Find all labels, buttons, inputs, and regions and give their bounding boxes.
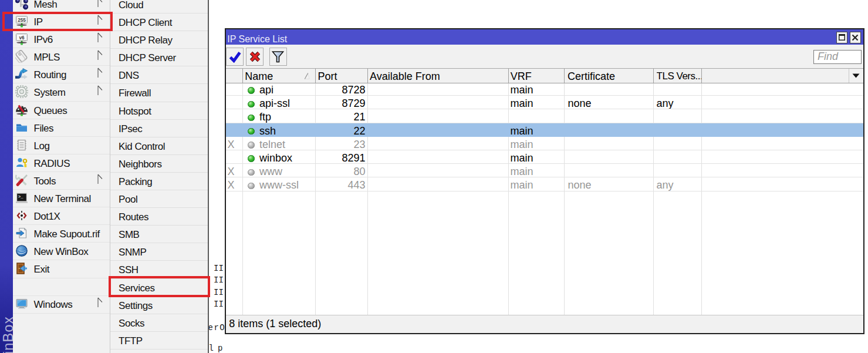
svg-text:v6: v6 bbox=[19, 35, 25, 41]
svg-text:>_: >_ bbox=[18, 194, 23, 199]
